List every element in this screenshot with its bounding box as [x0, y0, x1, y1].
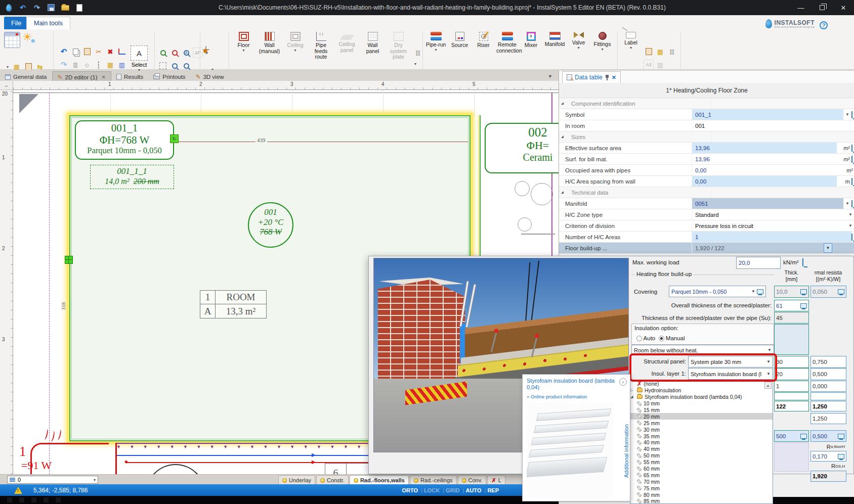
radiator-power-label[interactable]: =91 W	[21, 459, 52, 472]
manifold-symbol[interactable]	[65, 256, 73, 264]
copy-icon[interactable]	[70, 47, 80, 57]
split-icon[interactable]	[94, 60, 104, 70]
layer-visibility-icon[interactable]	[354, 478, 358, 483]
status-toggle[interactable]: ORTO	[402, 487, 418, 493]
chevron-down-icon[interactable]: ▾	[413, 59, 418, 69]
new-file-icon[interactable]	[75, 3, 84, 12]
ribbon-button[interactable]: Wall (manual) ▾	[257, 30, 282, 74]
tree-item[interactable]: Hydroinsulation	[630, 387, 773, 394]
zoom-in-icon[interactable]	[158, 48, 168, 58]
ribbon-button[interactable]: Dry system plate ▾	[386, 30, 411, 74]
insulation-resistance-cell[interactable]: 0,500	[810, 368, 846, 380]
dropdown-arrow-icon[interactable]: ▼	[846, 223, 854, 228]
zoom-previous-icon[interactable]	[181, 61, 191, 71]
section-expander-icon[interactable]	[561, 102, 564, 105]
formula-link-icon[interactable]	[802, 258, 803, 266]
ribbon-button[interactable]: Mixer ▾	[519, 30, 543, 74]
layer-visibility-icon[interactable]	[462, 478, 466, 483]
overall-thickness-cell[interactable]: 61	[774, 300, 809, 311]
minimize-button[interactable]: —	[790, 0, 812, 15]
list-icon[interactable]	[667, 47, 677, 57]
layer-visibility-icon[interactable]	[491, 477, 496, 484]
tree-item[interactable]: 75 mm	[630, 485, 773, 491]
expand-editor-button[interactable]: ▼	[824, 243, 832, 253]
tree-item[interactable]: 15 mm	[630, 407, 773, 414]
node-icon[interactable]	[82, 60, 92, 70]
pan-icon[interactable]	[158, 61, 168, 71]
tab-overflow-icon[interactable]: ▼	[548, 74, 552, 79]
more-info-icon[interactable]: ›	[619, 378, 627, 386]
label-button[interactable]: Label ▾	[620, 30, 642, 74]
zoom-out-icon[interactable]	[169, 48, 180, 58]
room-below-select[interactable]: Room below without heat. ▼	[631, 345, 774, 355]
structural-panel-select[interactable]: System plate 30 mm ▼	[688, 356, 773, 368]
help-icon[interactable]: ?	[820, 21, 828, 29]
paste-icon[interactable]	[82, 47, 92, 57]
tree-item[interactable]: 60 mm	[630, 466, 773, 472]
layer-combo[interactable]: 0 ▾	[7, 476, 98, 484]
property-row[interactable]: Symbol 001_1 ▼ ▼	[559, 109, 854, 120]
open-icon[interactable]	[61, 3, 70, 12]
status-toggle[interactable]: REP	[484, 487, 499, 493]
delete-icon[interactable]	[105, 47, 115, 57]
tree-item[interactable]: 35 mm	[630, 433, 773, 439]
ribbon-button[interactable]: Pipe feeds route ▾	[308, 30, 334, 74]
radio-manual[interactable]	[659, 336, 664, 341]
chevron-down-icon[interactable]: ▾	[131, 68, 148, 72]
tree-item[interactable]: (none)	[630, 381, 773, 387]
pin-icon[interactable]	[605, 75, 609, 80]
edit-graphics-icon[interactable]	[644, 47, 654, 57]
tree-item[interactable]: 85 mm	[630, 498, 773, 504]
ribbon-button[interactable]: Ceiling panel ▾	[334, 30, 360, 74]
property-row[interactable]: Criterion of division Pressure loss in c…	[559, 220, 854, 232]
property-row[interactable]: Sizes ▼ ▼	[559, 131, 854, 143]
tab-main-tools[interactable]: Main tools	[26, 17, 70, 29]
online-product-link[interactable]: » Online product information	[527, 394, 587, 399]
property-row[interactable]: H/C Area spacing from wall 0,00 ▼ ▼ m	[559, 176, 854, 187]
property-row[interactable]: Component identification ▼ ▼	[559, 98, 854, 109]
ribbon-button[interactable]: Ceiling ▾	[282, 30, 308, 74]
tree-item[interactable]: 70 mm	[630, 478, 773, 485]
tree-item[interactable]: 40 mm	[630, 439, 773, 446]
dropdown-arrow-icon[interactable]: ▼	[843, 112, 851, 117]
redo-icon[interactable]	[59, 60, 69, 70]
select-button[interactable]: A Select ▾	[131, 45, 148, 72]
tree-item[interactable]: 80 mm	[630, 491, 773, 498]
legend-icon[interactable]	[655, 47, 665, 57]
structural-thickness-cell[interactable]: 30	[774, 356, 809, 368]
status-toggle[interactable]: AUTO	[463, 487, 482, 493]
property-row[interactable]: Surf. for bill mat. 13,96 ▼ ▼ m²	[559, 154, 854, 165]
radio-auto[interactable]	[636, 336, 642, 341]
property-row[interactable]: Technical data ▼ ▼	[559, 187, 854, 198]
recolor-icon[interactable]	[117, 60, 127, 70]
zoom-window-icon[interactable]	[169, 61, 180, 71]
ribbon-button[interactable]: Riser ▾	[472, 30, 495, 74]
mirror-icon[interactable]	[70, 60, 80, 70]
property-row[interactable]: Effective surface area 13,96 ▼ ▼ m²	[559, 143, 854, 154]
tree-item[interactable]: 40 mm	[630, 446, 773, 452]
layer-tab[interactable]: Underlay	[278, 475, 315, 485]
covering-select[interactable]: Parquet 10mm - 0,050 ▼	[669, 286, 766, 297]
section-expander-icon[interactable]	[561, 135, 564, 138]
layer-tab[interactable]: Constr.	[316, 475, 349, 485]
tree-item[interactable]: 10 mm	[630, 400, 773, 407]
layer-tab[interactable]: Rad.-ceilings	[410, 475, 457, 485]
layer-visibility-icon[interactable]	[320, 478, 325, 483]
formula-link-icon[interactable]	[757, 289, 763, 294]
tree-item[interactable]: 50 mm	[630, 452, 773, 459]
ribbon-button[interactable]: Remote connection ▾	[495, 30, 519, 74]
ribbon-button[interactable]: Fittings ▾	[590, 30, 614, 74]
tab-file[interactable]: File	[4, 17, 28, 29]
max-working-load-input[interactable]: 20,0	[736, 257, 781, 269]
ribbon-button[interactable]: Floor ▾	[231, 30, 257, 74]
layer-visibility-icon[interactable]	[414, 478, 418, 483]
insulation-layer1-select[interactable]: Styrofoam insulation board (l ▼	[688, 368, 773, 380]
property-row[interactable]: H/C Zone type Standard ▼ ▼	[559, 209, 854, 220]
ribbon-button[interactable]: Valve ▾	[567, 30, 590, 74]
status-toggle[interactable]: LOCK	[421, 487, 440, 493]
radiator-number-label[interactable]: 1	[19, 444, 26, 460]
property-row[interactable]: Number of H/C Areas 1 ▼ ▼	[559, 232, 854, 243]
layer-tab[interactable]: Conv.	[458, 475, 487, 485]
dropdown-arrow-icon[interactable]: ▼	[843, 201, 851, 206]
undo-icon[interactable]: ↶	[18, 3, 27, 12]
